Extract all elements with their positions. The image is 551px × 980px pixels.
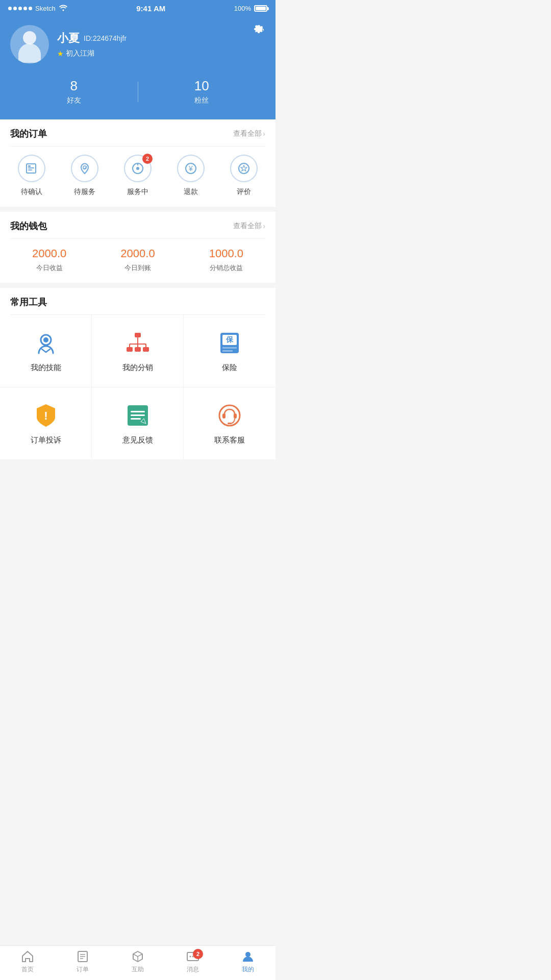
tool-support[interactable]: 联系客服 bbox=[184, 387, 276, 459]
wallet-chevron: › bbox=[263, 222, 265, 230]
order-pending-confirm[interactable]: 待确认 bbox=[18, 155, 45, 197]
tool-complaint-label: 订单投诉 bbox=[31, 435, 61, 445]
profile-name: 小夏 bbox=[57, 31, 80, 46]
tool-support-label: 联系客服 bbox=[214, 435, 245, 445]
tool-complaint[interactable]: ! 订单投诉 bbox=[0, 387, 92, 459]
svg-rect-29 bbox=[131, 411, 145, 412]
wallet-view-all-label: 查看全部 bbox=[233, 222, 262, 231]
order-in-service-badge: 2 bbox=[142, 154, 153, 164]
order-in-service-icon-wrap: 2 bbox=[124, 155, 152, 182]
orders-view-all[interactable]: 查看全部 › bbox=[233, 129, 265, 138]
tools-header: 常用工具 bbox=[0, 288, 276, 314]
wallet-daily-received-amount: 2000.0 bbox=[120, 247, 155, 260]
avatar[interactable] bbox=[10, 25, 49, 64]
friends-count: 8 bbox=[10, 78, 138, 94]
svg-rect-34 bbox=[234, 413, 237, 419]
order-pending-confirm-label: 待确认 bbox=[21, 187, 42, 197]
wallet-amounts: 2000.0 今日收益 2000.0 今日到账 1000.0 分销总收益 bbox=[0, 239, 276, 283]
tool-insurance-label: 保险 bbox=[222, 363, 237, 373]
wallet-distribution-total[interactable]: 1000.0 分销总收益 bbox=[209, 247, 243, 273]
tool-feedback[interactable]: 意见反馈 bbox=[92, 387, 184, 459]
wallet-daily-income-amount: 2000.0 bbox=[32, 247, 66, 260]
orders-row: 待确认 待服务 2 bbox=[0, 146, 276, 207]
tool-distribution-icon-wrap bbox=[124, 329, 152, 357]
fans-label: 粉丝 bbox=[138, 96, 266, 105]
wallet-view-all[interactable]: 查看全部 › bbox=[233, 222, 265, 231]
order-review[interactable]: 评价 bbox=[230, 155, 258, 197]
stats-row: 8 好友 10 粉丝 bbox=[10, 74, 265, 105]
order-pending-confirm-icon-wrap bbox=[18, 155, 45, 182]
tool-insurance[interactable]: 保 保险 bbox=[184, 315, 276, 387]
orders-chevron: › bbox=[263, 130, 265, 138]
tool-feedback-icon-wrap bbox=[124, 402, 152, 429]
order-in-service[interactable]: 2 服务中 bbox=[124, 155, 152, 197]
wallet-daily-income[interactable]: 2000.0 今日收益 bbox=[32, 247, 66, 273]
tools-section: 常用工具 我的技能 bbox=[0, 288, 276, 459]
tool-complaint-icon-wrap: ! bbox=[32, 402, 60, 429]
order-in-service-label: 服务中 bbox=[127, 187, 148, 197]
status-left: Sketch bbox=[8, 4, 68, 13]
battery-percentage: 100% bbox=[234, 5, 251, 12]
carrier-label: Sketch bbox=[35, 5, 56, 12]
status-right: 100% bbox=[234, 5, 267, 12]
profile-id: ID:224674hjfr bbox=[84, 34, 127, 42]
wallet-daily-received[interactable]: 2000.0 今日到账 bbox=[120, 247, 155, 273]
svg-rect-35 bbox=[228, 423, 232, 424]
svg-rect-15 bbox=[135, 347, 141, 352]
wallet-section: 我的钱包 查看全部 › 2000.0 今日收益 2000.0 今日到账 1000… bbox=[0, 212, 276, 283]
wallet-header: 我的钱包 查看全部 › bbox=[0, 212, 276, 238]
svg-point-12 bbox=[43, 337, 48, 342]
tool-distribution-label: 我的分销 bbox=[122, 363, 153, 373]
profile-header: 小夏 ID:224674hjfr ★ 初入江湖 8 好友 10 粉丝 bbox=[0, 17, 276, 119]
orders-header: 我的订单 查看全部 › bbox=[0, 119, 276, 146]
wifi-icon bbox=[59, 4, 68, 13]
svg-rect-3 bbox=[28, 165, 31, 167]
profile-top: 小夏 ID:224674hjfr ★ 初入江湖 bbox=[10, 25, 265, 64]
order-refund-label: 退款 bbox=[184, 187, 198, 197]
tool-distribution[interactable]: 我的分销 bbox=[92, 315, 184, 387]
order-pending-service[interactable]: 待服务 bbox=[71, 155, 98, 197]
order-pending-service-label: 待服务 bbox=[74, 187, 95, 197]
wallet-distribution-total-label: 分销总收益 bbox=[209, 263, 243, 273]
fans-stat[interactable]: 10 粉丝 bbox=[138, 78, 266, 105]
friends-label: 好友 bbox=[10, 96, 138, 105]
battery-icon bbox=[254, 5, 267, 12]
svg-rect-33 bbox=[222, 413, 226, 419]
orders-title: 我的订单 bbox=[10, 128, 47, 140]
wallet-daily-income-label: 今日收益 bbox=[32, 263, 66, 273]
orders-section: 我的订单 查看全部 › 待确认 bbox=[0, 119, 276, 207]
wallet-title: 我的钱包 bbox=[10, 220, 47, 232]
signal-dots bbox=[8, 7, 32, 10]
order-refund-icon-wrap: ¥ bbox=[177, 155, 205, 182]
orders-view-all-label: 查看全部 bbox=[233, 129, 262, 138]
svg-rect-1 bbox=[28, 167, 34, 168]
fans-count: 10 bbox=[138, 78, 266, 94]
profile-badge-label: 初入江湖 bbox=[66, 49, 94, 58]
svg-text:保: 保 bbox=[226, 335, 234, 344]
svg-text:¥: ¥ bbox=[188, 164, 193, 173]
friends-stat[interactable]: 8 好友 bbox=[10, 78, 138, 105]
svg-point-6 bbox=[136, 167, 139, 170]
wallet-distribution-total-amount: 1000.0 bbox=[209, 247, 243, 260]
tool-feedback-label: 意见反馈 bbox=[122, 435, 153, 445]
svg-rect-13 bbox=[135, 333, 141, 337]
order-refund[interactable]: ¥ 退款 bbox=[177, 155, 205, 197]
tool-skill[interactable]: 我的技能 bbox=[0, 315, 92, 387]
tool-support-icon-wrap bbox=[216, 402, 243, 429]
svg-rect-26 bbox=[222, 350, 233, 352]
tool-insurance-icon-wrap: 保 bbox=[216, 329, 243, 357]
tools-title: 常用工具 bbox=[10, 296, 47, 308]
tools-grid: 我的技能 我的分销 bbox=[0, 315, 276, 459]
tool-skill-label: 我的技能 bbox=[31, 363, 61, 373]
order-pending-service-icon-wrap bbox=[71, 155, 98, 182]
order-review-label: 评价 bbox=[237, 187, 251, 197]
settings-button[interactable] bbox=[252, 22, 265, 38]
svg-rect-30 bbox=[131, 414, 145, 416]
wallet-daily-received-label: 今日到账 bbox=[120, 263, 155, 273]
profile-info: 小夏 ID:224674hjfr ★ 初入江湖 bbox=[57, 31, 265, 58]
tool-skill-icon-wrap bbox=[32, 329, 60, 357]
svg-rect-25 bbox=[222, 347, 237, 349]
time-display: 9:41 AM bbox=[136, 4, 165, 13]
svg-rect-31 bbox=[131, 418, 141, 420]
status-bar: Sketch 9:41 AM 100% bbox=[0, 0, 276, 17]
